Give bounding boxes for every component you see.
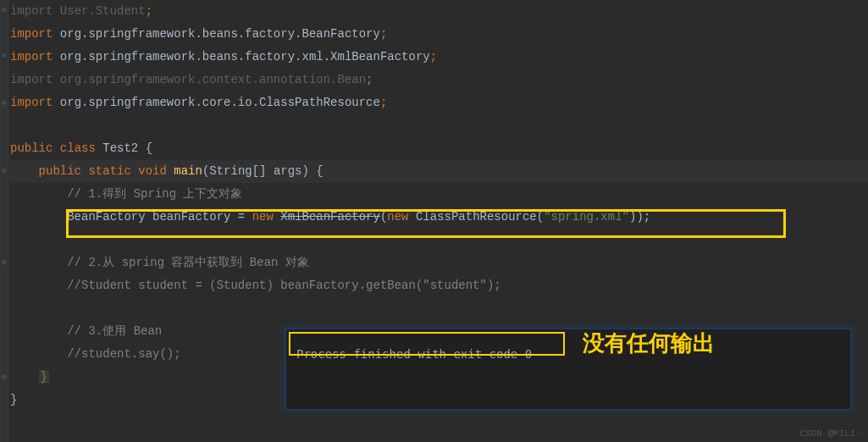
code-line: import User.Student; (10, 0, 868, 23)
gutter: ⊖ ⊖ ⊖ ⊖ ⊖ ⊖ (0, 0, 8, 442)
fold-marker[interactable]: ⊖ (2, 168, 8, 174)
code-line (10, 229, 868, 251)
code-line: public class Test2 { (10, 137, 868, 160)
fold-marker[interactable]: ⊖ (2, 259, 8, 266)
code-line: import org.springframework.core.io.Class… (10, 91, 868, 114)
watermark: CSDN @PILI- (799, 428, 861, 439)
fold-marker[interactable]: ⊖ (2, 7, 8, 14)
code-line: //Student student = (Student) beanFactor… (10, 274, 868, 297)
code-line: // 1.得到 Spring 上下文对象 (10, 183, 868, 206)
code-line: BeanFactory beanFactory = new XmlBeanFac… (10, 206, 868, 229)
code-line: import org.springframework.beans.factory… (10, 46, 868, 69)
fold-marker[interactable]: ⊖ (2, 100, 8, 107)
code-line (10, 114, 868, 137)
fold-marker[interactable]: ⊖ (2, 52, 8, 59)
annotation-text: 没有任何输出 (583, 329, 715, 358)
console-panel: Process finished with exit code 0 (285, 328, 852, 411)
code-line: import org.springframework.beans.factory… (10, 23, 868, 46)
code-line: import org.springframework.context.annot… (10, 69, 868, 91)
fold-marker[interactable]: ⊖ (2, 374, 8, 381)
code-line (10, 297, 868, 320)
console-result: Process finished with exit code 0 (286, 345, 850, 363)
code-line: public static void main(String[] args) { (10, 160, 868, 183)
code-line: // 2.从 spring 容器中获取到 Bean 对象 (10, 251, 868, 274)
